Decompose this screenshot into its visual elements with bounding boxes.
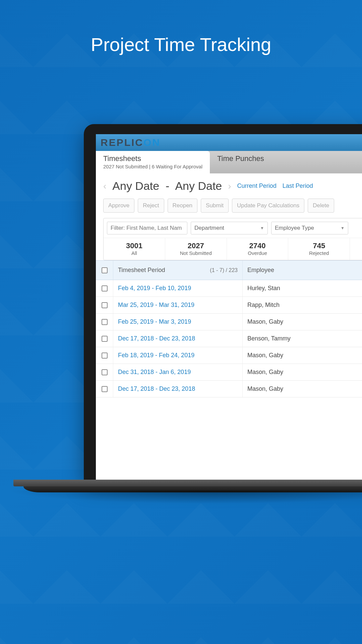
table-row: Dec 17, 2018 - Dec 23, 2018Benson, Tammy [96,330,362,347]
chevron-right-icon[interactable]: › [228,181,231,192]
row-checkbox-cell [96,381,113,397]
department-select[interactable]: Department ▼ [191,222,268,234]
select-label: Employee Type [275,225,314,231]
row-employee: Benson, Tammy [243,330,362,347]
row-period-link[interactable]: Dec 31, 2018 - Jan 6, 2019 [113,364,243,380]
header-checkbox-cell [96,261,113,280]
stat-value: 2027 [165,241,227,250]
row-period-link[interactable]: Mar 25, 2019 - Mar 31, 2019 [113,297,243,313]
row-employee: Rapp, Mitch [243,297,362,313]
date-range-row: ‹ Any Date - Any Date › Current Period L… [96,173,362,199]
row-period-link[interactable]: Feb 4, 2019 - Feb 10, 2019 [113,280,243,297]
date-from: Any Date [112,179,159,192]
brand-logo: REPLICON [101,137,161,148]
row-checkbox[interactable] [102,336,108,342]
date-range-display[interactable]: Any Date - Any Date [112,179,222,193]
delete-button[interactable]: Delete [308,199,334,213]
reopen-button[interactable]: Reopen [168,199,198,213]
laptop-screen-frame: REPLICON Timesheets 2027 Not Submitted |… [84,124,362,480]
row-checkbox-cell [96,364,113,380]
laptop-base [84,480,362,496]
stat-waiting[interactable]: Wai [350,238,362,260]
filter-controls: Department ▼ Employee Type ▼ [104,218,362,238]
row-checkbox[interactable] [102,302,108,308]
row-checkbox-cell [96,297,113,313]
app-header: REPLICON [96,134,362,151]
row-checkbox-cell [96,347,113,364]
row-checkbox[interactable] [102,369,108,375]
stat-value: 745 [288,241,350,250]
table-row: Dec 31, 2018 - Jan 6, 2019Mason, Gaby [96,364,362,381]
row-employee: Mason, Gaby [243,364,362,380]
submit-button[interactable]: Submit [201,199,229,213]
tab-bar: Timesheets 2027 Not Submitted | 6 Waitin… [96,151,362,173]
header-employee[interactable]: Employee [243,261,362,280]
stat-value: 3001 [104,241,165,250]
chevron-left-icon[interactable]: ‹ [103,181,106,192]
select-label: Department [194,225,224,231]
stat-label: All [104,250,165,256]
table-row: Feb 4, 2019 - Feb 10, 2019Hurley, Stan [96,280,362,297]
table-row: Dec 17, 2018 - Dec 23, 2018Mason, Gaby [96,381,362,397]
tab-label: Timesheets [103,154,202,163]
caret-down-icon: ▼ [341,226,345,230]
row-checkbox-cell [96,280,113,297]
header-period-label: Timesheet Period [118,267,165,274]
filter-panel: Department ▼ Employee Type ▼ 3001 All 20… [103,218,362,260]
row-checkbox[interactable] [102,285,108,291]
row-employee: Mason, Gaby [243,381,362,397]
stat-label: Rejected [288,250,350,256]
brand-suffix: ON [143,137,161,148]
table-row: Feb 18, 2019 - Feb 24, 2019Mason, Gaby [96,347,362,364]
reject-button[interactable]: Reject [138,199,164,213]
row-period-link[interactable]: Feb 25, 2019 - Mar 3, 2019 [113,314,243,330]
tab-label: Time Punches [217,154,264,163]
header-period-count: (1 - 7) / 223 [210,267,238,273]
row-period-link[interactable]: Feb 18, 2019 - Feb 24, 2019 [113,347,243,364]
employee-type-select[interactable]: Employee Type ▼ [271,222,348,234]
date-to: Any Date [175,179,222,192]
stat-not-submitted[interactable]: 2027 Not Submitted [165,238,227,260]
laptop-mockup: REPLICON Timesheets 2027 Not Submitted |… [84,124,362,496]
row-employee: Hurley, Stan [243,280,362,297]
table-row: Feb 25, 2019 - Mar 3, 2019Mason, Gaby [96,314,362,330]
approve-button[interactable]: Approve [103,199,134,213]
stat-all[interactable]: 3001 All [104,238,165,260]
row-period-link[interactable]: Dec 17, 2018 - Dec 23, 2018 [113,330,243,347]
last-period-link[interactable]: Last Period [283,182,313,190]
stat-label: Wai [350,241,362,247]
header-period[interactable]: Timesheet Period (1 - 7) / 223 [113,261,243,280]
laptop-hinge [13,480,362,486]
tab-timesheets[interactable]: Timesheets 2027 Not Submitted | 6 Waitin… [96,151,210,173]
status-filter-row: 3001 All 2027 Not Submitted 2740 Overdue… [104,238,362,260]
laptop-shadow [7,490,362,504]
row-employee: Mason, Gaby [243,314,362,330]
row-checkbox-cell [96,330,113,347]
update-pay-button[interactable]: Update Pay Calculations [232,199,304,213]
stat-label: Not Submitted [165,250,227,256]
table-header: Timesheet Period (1 - 7) / 223 Employee [96,260,362,280]
hero-title: Project Time Tracking [0,34,362,55]
filter-name-input[interactable] [107,222,187,234]
brand-name: REPLIC [101,137,143,148]
current-period-link[interactable]: Current Period [237,182,277,190]
action-button-row: Approve Reject Reopen Submit Update Pay … [96,199,362,218]
row-checkbox-cell [96,314,113,330]
select-all-checkbox[interactable] [102,267,108,273]
stat-overdue[interactable]: 2740 Overdue [227,238,289,260]
tab-subtext: 2027 Not Submitted | 6 Waiting For Appro… [103,164,202,169]
stat-rejected[interactable]: 745 Rejected [288,238,350,260]
table-body: Feb 4, 2019 - Feb 10, 2019Hurley, StanMa… [96,280,362,397]
header-employee-label: Employee [247,267,274,273]
row-checkbox[interactable] [102,386,108,392]
app-screen: REPLICON Timesheets 2027 Not Submitted |… [96,134,362,480]
stat-value: 2740 [227,241,288,250]
table-row: Mar 25, 2019 - Mar 31, 2019Rapp, Mitch [96,297,362,314]
row-period-link[interactable]: Dec 17, 2018 - Dec 23, 2018 [113,381,243,397]
timesheet-table: Timesheet Period (1 - 7) / 223 Employee … [96,260,362,397]
row-employee: Mason, Gaby [243,347,362,364]
row-checkbox[interactable] [102,319,108,325]
row-checkbox[interactable] [102,353,108,359]
tab-time-punches[interactable]: Time Punches [210,151,272,173]
caret-down-icon: ▼ [260,226,264,230]
